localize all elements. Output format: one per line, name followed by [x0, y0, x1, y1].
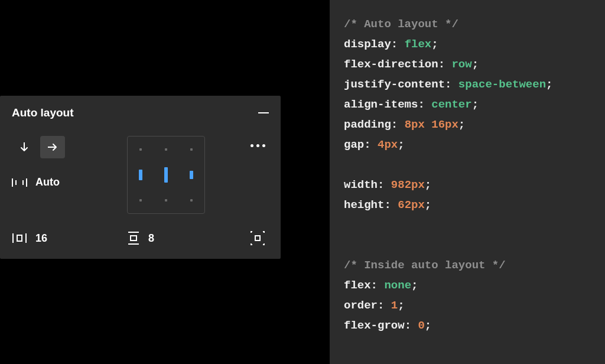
css-value: flex: [405, 38, 432, 51]
align-option-middle-center[interactable]: [164, 167, 168, 183]
panel-col-right: [216, 136, 269, 147]
svg-rect-0: [15, 180, 17, 185]
align-option-top-left[interactable]: [139, 148, 142, 151]
css-value: 0: [418, 319, 424, 332]
horizontal-padding-field[interactable]: 16: [12, 232, 127, 245]
collapse-icon[interactable]: [258, 112, 269, 113]
align-option-middle-left[interactable]: [139, 170, 142, 180]
code-comment: /* Auto layout */: [344, 18, 458, 31]
arrow-right-icon: [48, 143, 57, 151]
css-property: flex: [344, 279, 371, 292]
align-option-middle-right[interactable]: [190, 171, 193, 179]
css-property: order: [344, 299, 378, 312]
align-option-top-center[interactable]: [165, 148, 167, 151]
arrow-down-icon: [20, 142, 28, 152]
css-value: 62px: [398, 199, 425, 212]
align-option-bottom-right[interactable]: [190, 199, 193, 202]
css-value: 4px: [378, 138, 398, 151]
css-property: display: [344, 38, 391, 51]
vertical-padding-field[interactable]: 8: [127, 231, 216, 245]
panel-col-left: Auto: [12, 136, 127, 188]
align-option-bottom-center[interactable]: [165, 199, 167, 202]
direction-horizontal-button[interactable]: [40, 136, 65, 158]
align-option-bottom-left[interactable]: [139, 199, 142, 202]
css-property: width: [344, 178, 378, 191]
css-property: gap: [344, 138, 364, 151]
css-code-panel[interactable]: /* Auto layout */ display: flex; flex-di…: [330, 0, 605, 364]
css-value: 982px: [391, 178, 425, 191]
individual-padding-button[interactable]: [250, 230, 265, 246]
direction-vertical-button[interactable]: [12, 136, 37, 158]
css-value: 8px 16px: [405, 118, 458, 131]
css-value: none: [384, 279, 411, 292]
code-comment: /* Inside auto layout */: [344, 259, 506, 272]
svg-rect-1: [22, 180, 24, 185]
direction-buttons: [12, 136, 127, 158]
more-options-button[interactable]: [251, 144, 265, 147]
css-value: 1: [391, 299, 398, 312]
css-property: padding: [344, 118, 391, 131]
css-property: height: [344, 199, 384, 212]
spacing-between-icon: [12, 177, 27, 188]
panel-header: Auto layout: [12, 106, 269, 119]
spacing-mode-value: Auto: [35, 176, 60, 188]
css-property: justify-content: [344, 78, 445, 91]
align-option-top-right[interactable]: [190, 148, 193, 151]
css-property: flex-direction: [344, 58, 438, 71]
vertical-padding-value: 8: [148, 232, 154, 245]
vertical-padding-icon: [127, 231, 140, 245]
css-value: row: [451, 58, 471, 71]
svg-rect-4: [255, 236, 260, 240]
spacing-mode-row[interactable]: Auto: [12, 176, 127, 188]
panel-col-mid: [127, 136, 216, 214]
alignment-grid[interactable]: [127, 136, 205, 214]
css-property: flex-grow: [344, 319, 405, 332]
auto-layout-panel: Auto layout Auto: [0, 96, 281, 259]
panel-body: Auto: [12, 136, 269, 214]
panel-title: Auto layout: [12, 106, 74, 119]
svg-rect-3: [131, 236, 136, 240]
horizontal-padding-value: 16: [35, 232, 47, 245]
svg-rect-2: [17, 235, 22, 241]
padding-row: 16 8: [12, 230, 269, 246]
css-property: align-items: [344, 98, 418, 111]
css-value: space-between: [458, 78, 546, 91]
css-value: center: [431, 98, 471, 111]
horizontal-padding-icon: [12, 232, 27, 244]
